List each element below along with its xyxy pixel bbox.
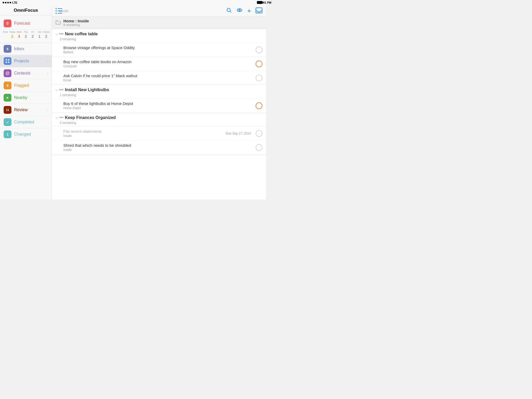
main-panel: Undo + <box>52 5 266 200</box>
svg-point-7 <box>239 9 240 11</box>
search-icon[interactable] <box>226 7 232 14</box>
project-finances-remaining: 2 remaining <box>52 121 266 126</box>
cal-num-fri[interactable]: 2 <box>29 34 36 38</box>
cal-num-today[interactable]: 2 <box>9 34 16 38</box>
cal-num-wed[interactable]: 3 <box>16 34 22 38</box>
content-area: Home : Inside 8 remaining ▽ <box>52 17 266 200</box>
cal-num-sat[interactable]: 1 <box>36 34 43 38</box>
section-header: Home : Inside 8 remaining <box>52 17 266 29</box>
status-left: LTE <box>3 1 17 4</box>
sidebar-item-completed[interactable]: ✓ Completed <box>0 116 52 128</box>
toolbar-left: Undo <box>56 8 69 14</box>
task-shred-ellipsis[interactable]: ··· <box>256 144 262 151</box>
list-icon[interactable] <box>56 8 57 14</box>
forecast-calendar: Past Today Wed Thu Fri Sat Future 2 3 2 … <box>0 30 52 41</box>
task-shred-context: Inside <box>63 148 253 152</box>
view-icon[interactable] <box>236 7 243 14</box>
svg-point-19 <box>59 117 61 118</box>
sidebar-item-flagged[interactable]: 6 Flagged <box>0 79 52 92</box>
task-ask-calvin-context: Email <box>63 78 253 82</box>
svg-point-6 <box>237 9 242 12</box>
section-header-info: Home : Inside 8 remaining <box>63 19 89 27</box>
task-ask-calvin-checkbox[interactable] <box>256 75 262 81</box>
tray-icon[interactable] <box>256 8 262 14</box>
svg-point-10 <box>61 33 62 34</box>
battery-icon <box>257 1 263 4</box>
task-buy-books-content: Buy new coffee table books on Amazon Com… <box>63 59 253 68</box>
cal-day-sat: Sat <box>36 31 43 33</box>
task-buy-lightbulbs-context: Home Depot <box>63 106 253 110</box>
cal-day-wed: Wed <box>16 31 22 33</box>
task-buy-lightbulbs-content: Buy 6 of these lightbulbs at Home Depot … <box>63 101 253 110</box>
cal-day-fri: Fri <box>29 31 36 33</box>
inbox-icon: 6 <box>4 45 11 53</box>
contexts-chevron-icon: › <box>47 71 48 75</box>
project-finances-header[interactable]: ▽ Keep Finances Organized <box>52 113 266 121</box>
task-file-statements[interactable]: File recent statements Inside Due Sep 17… <box>52 126 266 140</box>
project-finances-title: Keep Finances Organized <box>65 115 116 120</box>
svg-line-5 <box>230 11 231 12</box>
task-file-statements-content: File recent statements Inside <box>63 129 223 138</box>
project-finances: ▽ Keep Finances Organized 2 remaining <box>52 113 266 155</box>
toolbar: Undo + <box>52 5 266 17</box>
flagged-icon: 6 <box>4 82 11 89</box>
toolbar-right: + <box>226 7 262 15</box>
svg-point-20 <box>61 117 62 118</box>
task-buy-lightbulbs[interactable]: Buy 6 of these lightbulbs at Home Depot … <box>52 98 266 112</box>
forecast-section: 0 Forecast Past Today Wed Thu Fri Sat Fu… <box>0 15 52 43</box>
task-browse-vintage[interactable]: Browse vintage offerings at Space Oddity… <box>52 43 266 57</box>
project-lightbulbs-remaining: 1 remaining <box>52 93 266 98</box>
sidebar-item-forecast[interactable]: 0 Forecast <box>0 17 52 30</box>
task-file-statements-title: File recent statements <box>63 129 223 134</box>
task-file-statements-due: Due Sep 17, 2014 <box>226 132 251 135</box>
app-container: OmniFocus 0 Forecast Past Today Wed Thu … <box>0 5 266 200</box>
sidebar-item-nearby[interactable]: ➤ Nearby <box>0 92 52 104</box>
sidebar: OmniFocus 0 Forecast Past Today Wed Thu … <box>0 5 52 200</box>
task-shred[interactable]: Shred that which needs to be shredded In… <box>52 140 266 154</box>
task-buy-lightbulbs-title: Buy 6 of these lightbulbs at Home Depot <box>63 101 253 106</box>
sidebar-item-contexts[interactable]: @ Contexts › <box>0 67 52 79</box>
cal-num-thu[interactable]: 2 <box>22 34 29 38</box>
project-lightbulbs-title: Install New Lightbulbs <box>65 88 109 92</box>
forecast-label: Forecast <box>14 21 30 26</box>
task-shred-content: Shred that which needs to be shredded In… <box>63 143 253 152</box>
section-remaining: 8 remaining <box>63 23 89 27</box>
svg-point-15 <box>61 89 62 90</box>
project-lightbulbs-header[interactable]: ▽ Install New Lightbulbs <box>52 85 266 93</box>
task-ask-calvin[interactable]: Ask Calvin if he could price 1" black wa… <box>52 71 266 85</box>
cal-num-past <box>2 34 9 38</box>
svg-point-3 <box>8 62 9 63</box>
task-buy-books-context: Computer <box>63 64 253 68</box>
task-browse-vintage-checkbox[interactable] <box>256 46 262 53</box>
inbox-label: Inbox <box>14 46 24 51</box>
task-buy-lightbulbs-checkbox[interactable] <box>256 102 262 109</box>
contexts-label: Contexts <box>14 71 30 76</box>
project-coffee-table-remaining: 3 remaining <box>52 37 266 43</box>
sidebar-item-projects[interactable]: Projects › <box>0 55 52 67</box>
projects-chevron-icon: › <box>47 59 48 63</box>
svg-point-16 <box>62 89 63 90</box>
task-buy-books-checkbox[interactable] <box>256 61 262 67</box>
add-icon[interactable]: + <box>247 7 251 15</box>
sidebar-item-changed[interactable]: 1 Changed <box>0 128 52 140</box>
section-title: Home : Inside <box>63 19 89 23</box>
task-file-statements-context: Inside <box>63 134 223 138</box>
cal-num-future[interactable]: 2 <box>43 34 50 38</box>
task-file-statements-ellipsis[interactable]: ··· <box>256 130 262 137</box>
projects-label: Projects <box>14 59 29 63</box>
project-coffee-table: ▽ New coffee table 3 remaining <box>52 29 266 85</box>
task-buy-books[interactable]: Buy new coffee table books on Amazon Com… <box>52 57 266 71</box>
task-browse-vintage-title: Browse vintage offerings at Space Oddity <box>63 45 253 50</box>
cal-header: Past Today Wed Thu Fri Sat Future <box>2 31 50 33</box>
sidebar-item-review[interactable]: 11 Review › <box>0 104 52 116</box>
contexts-icon: @ <box>4 69 11 77</box>
completed-icon: ✓ <box>4 118 11 126</box>
sidebar-item-inbox[interactable]: 6 Inbox <box>0 43 52 55</box>
carrier-label: LTE <box>12 1 17 4</box>
project-coffee-table-header[interactable]: ▽ New coffee table <box>52 29 266 37</box>
project-lightbulbs: ▽ Install New Lightbulbs 1 remaining <box>52 85 266 113</box>
cal-numbers: 2 3 2 2 1 2 <box>2 34 50 38</box>
project-coffee-table-title: New coffee table <box>65 32 98 36</box>
svg-point-9 <box>59 33 60 34</box>
nearby-label: Nearby <box>14 95 28 100</box>
